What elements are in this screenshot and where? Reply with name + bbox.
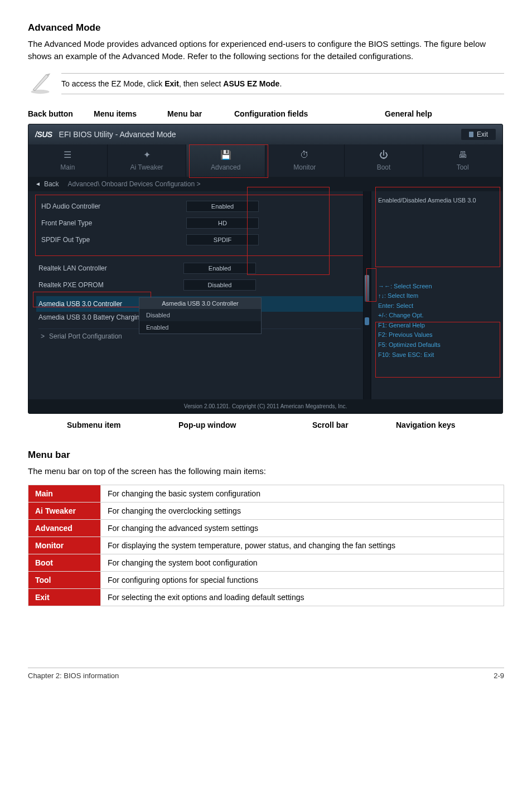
- monitor-icon: ⏱: [300, 150, 309, 160]
- menu-boot[interactable]: ⏻Boot: [345, 144, 424, 177]
- menu-monitor[interactable]: ⏱Monitor: [265, 144, 345, 177]
- table-row: ExitFor selecting the exit options and l…: [28, 589, 504, 606]
- scrollbar-thumb-2[interactable]: [365, 317, 369, 325]
- popup-option-enabled[interactable]: Enabled: [139, 321, 261, 334]
- popup-title: Asmedia USB 3.0 Controller: [139, 298, 261, 309]
- navigation-keys: →←: Select Screen ↑↓: Select Item Enter:…: [378, 282, 496, 360]
- tool-icon: 🖶: [458, 150, 467, 160]
- popup-option-disabled[interactable]: Disabled: [139, 309, 261, 321]
- settings-pane: HD Audio ControllerEnabled Front Panel T…: [28, 191, 371, 403]
- menu-bar-heading: Menu bar: [28, 450, 504, 461]
- table-row: AdvancedFor changing the advanced system…: [28, 520, 504, 537]
- tweaker-icon: ✦: [143, 149, 151, 160]
- intro-paragraph: The Advanced Mode provides advanced opti…: [28, 38, 504, 62]
- table-row: MainFor changing the basic system config…: [28, 485, 504, 503]
- settings-group-1: HD Audio ControllerEnabled Front Panel T…: [35, 195, 364, 256]
- footer-page-number: 2-9: [494, 671, 504, 680]
- disk-icon: 💾: [220, 149, 231, 160]
- row-hd-audio[interactable]: HD Audio ControllerEnabled: [41, 201, 358, 212]
- top-callout-row: Back button Menu items Menu bar Configur…: [28, 109, 504, 120]
- advanced-mode-heading: Advanced Mode: [28, 22, 504, 33]
- callout-popup: Pop-up window: [178, 421, 236, 429]
- footer-chapter: Chapter 2: BIOS information: [28, 671, 119, 680]
- scrollbar-thumb[interactable]: [365, 275, 369, 302]
- menu-ai-tweaker[interactable]: ✦Ai Tweaker: [108, 144, 187, 177]
- table-row: ToolFor configuring options for special …: [28, 572, 504, 589]
- callout-scroll: Scroll bar: [312, 421, 349, 429]
- pencil-icon: [28, 70, 52, 97]
- list-icon: ☰: [64, 149, 71, 160]
- help-pane: Enabled/Disabled Asmedia USB 3.0 →←: Sel…: [371, 191, 502, 403]
- back-button[interactable]: Back: [35, 180, 59, 188]
- bios-footer: Version 2.00.1201. Copyright (C) 2011 Am…: [28, 399, 502, 413]
- help-text: Enabled/Disabled Asmedia USB 3.0: [378, 197, 496, 204]
- brand-logo: /SUS: [35, 130, 52, 139]
- menu-items-table: MainFor changing the basic system config…: [28, 485, 504, 606]
- menu-main[interactable]: ☰Main: [28, 144, 108, 177]
- bottom-callout-row: Submenu item Pop-up window Scroll bar Na…: [28, 416, 504, 433]
- table-row: Ai TweakerFor changing the overclocking …: [28, 503, 504, 520]
- callout-bar: Menu bar: [167, 109, 202, 118]
- bios-window: /SUS EFI BIOS Utility - Advanced Mode Ex…: [28, 124, 503, 414]
- scrollbar[interactable]: [363, 191, 371, 403]
- row-realtek-pxe[interactable]: Realtek PXE OPROMDisabled: [38, 279, 361, 291]
- callout-help: General help: [385, 109, 432, 118]
- chevron-right-icon: [41, 332, 49, 340]
- callout-back: Back button: [28, 109, 73, 118]
- svg-marker-1: [33, 74, 49, 90]
- bios-title-text: EFI BIOS Utility - Advanced Mode: [59, 130, 176, 139]
- table-row: MonitorFor displaying the system tempera…: [28, 537, 504, 554]
- breadcrumb-text: Advanced\ Onboard Devices Configuration …: [68, 180, 201, 188]
- note-box: To access the EZ Mode, click Exit, then …: [28, 70, 504, 97]
- callout-nav: Navigation keys: [396, 421, 456, 429]
- callout-items: Menu items: [94, 109, 137, 118]
- callout-config: Configuration fields: [234, 109, 308, 118]
- menu-advanced[interactable]: 💾Advanced: [186, 144, 265, 177]
- menu-tool[interactable]: 🖶Tool: [423, 144, 502, 177]
- row-spdif[interactable]: SPDIF Out TypeSPDIF: [41, 234, 358, 245]
- breadcrumb-row: Back Advanced\ Onboard Devices Configura…: [28, 177, 502, 191]
- row-realtek-lan[interactable]: Realtek LAN ControllerEnabled: [38, 263, 361, 274]
- exit-button[interactable]: Exit: [461, 129, 496, 140]
- menu-bar-desc: The menu bar on top of the screen has th…: [28, 465, 504, 477]
- popup-window: Asmedia USB 3.0 Controller Disabled Enab…: [139, 297, 262, 334]
- row-front-panel[interactable]: Front Panel TypeHD: [41, 218, 358, 229]
- exit-icon: [469, 132, 473, 137]
- table-row: BootFor changing the system boot configu…: [28, 554, 504, 572]
- bios-titlebar: /SUS EFI BIOS Utility - Advanced Mode Ex…: [28, 124, 502, 144]
- note-text: To access the EZ Mode, click Exit, then …: [61, 73, 504, 94]
- page-footer: Chapter 2: BIOS information 2-9: [28, 668, 504, 680]
- power-icon: ⏻: [379, 150, 388, 160]
- bios-menu-bar: ☰Main ✦Ai Tweaker 💾Advanced ⏱Monitor ⏻Bo…: [28, 144, 502, 177]
- callout-submenu: Submenu item: [67, 421, 120, 429]
